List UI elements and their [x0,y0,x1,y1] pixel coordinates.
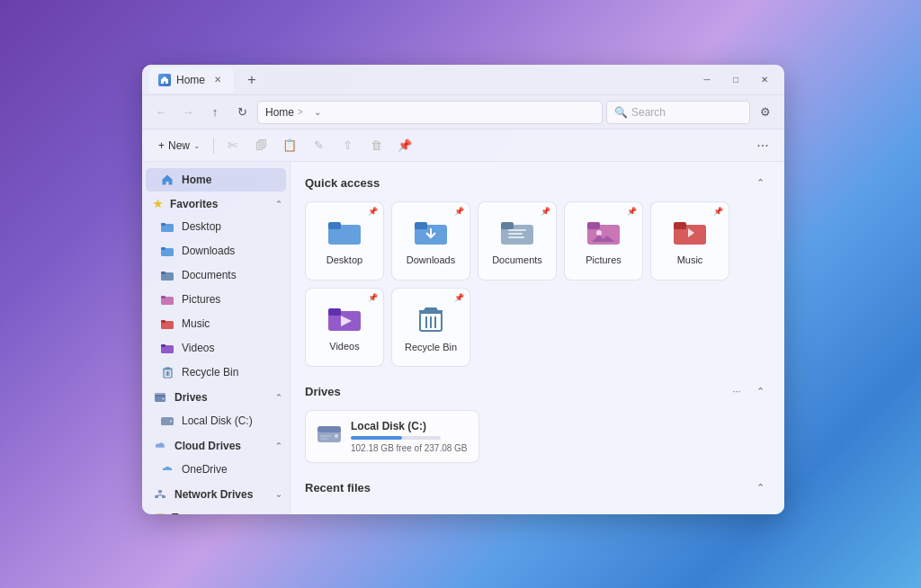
svg-point-50 [335,434,338,438]
recycle-bin-icon [160,365,174,379]
drive-info: Local Disk (C:) 102.18 GB free of 237.08… [351,420,468,453]
qa-pin-recycle: 📌 [454,293,464,302]
qa-item-videos[interactable]: 📌 Videos [305,288,384,367]
videos-folder-icon [160,341,174,355]
qa-item-desktop[interactable]: 📌 Desktop [305,201,384,281]
drive-bar-bg [351,436,441,440]
qa-item-recycle-bin[interactable]: 📌 Recycle Bin [391,288,470,367]
music-folder-icon [160,316,174,331]
drives-header: Drives ··· ⌃ [305,381,770,401]
sidebar-item-onedrive[interactable]: OneDrive [146,458,286,481]
delete-button[interactable]: 🗑 [363,133,389,158]
drive-item-c[interactable]: Local Disk (C:) 102.18 GB free of 237.08… [305,410,479,463]
sidebar-cloud-header[interactable]: Cloud Drives ⌃ [142,433,290,457]
tag-icon: 🏷 [153,511,165,514]
qa-music-icon [674,218,706,249]
sidebar-item-recycle-bin[interactable]: Recycle Bin [146,361,286,384]
sidebar-item-documents[interactable]: Documents [146,263,286,287]
svg-point-20 [170,421,172,423]
drives-chevron: ⌃ [275,393,282,402]
quick-access-controls: ⌃ [750,173,770,192]
cloud-section-icon [153,439,167,453]
paste-button[interactable]: 📋 [277,133,302,158]
svg-rect-3 [161,247,165,250]
sidebar-tags-header[interactable]: 🏷 Tags ⌄ [142,505,290,514]
new-dropdown-icon: ⌄ [193,141,201,150]
qa-pin-downloads: 📌 [454,207,464,216]
sidebar-documents-label: Documents [182,269,237,281]
new-tab-button[interactable]: + [239,67,264,93]
qa-documents-icon [501,218,533,249]
tags-chevron: ⌄ [275,513,282,515]
sidebar-drives-header[interactable]: Drives ⌃ [142,385,290,408]
svg-rect-33 [508,229,526,231]
qa-item-documents[interactable]: 📌 Documents [478,201,557,281]
sidebar-music-label: Music [182,317,210,330]
sidebar-onedrive-label: OneDrive [182,463,228,476]
svg-rect-21 [158,490,162,493]
sidebar-item-home[interactable]: Home [146,168,286,192]
qa-pin-videos: 📌 [368,293,378,302]
drive-space: 102.18 GB free of 237.08 GB [351,443,468,453]
quick-access-title: Quick access [305,176,380,190]
qa-recycle-icon [417,303,444,336]
recent-controls: ⌃ [750,477,770,497]
refresh-button[interactable]: ↻ [230,101,254,124]
drives-more[interactable]: ··· [727,381,747,401]
star-icon: ★ [153,198,163,210]
drive-hdd-icon [317,423,342,450]
copy-button[interactable]: 🗐 [248,133,273,158]
address-dropdown[interactable]: ⌄ [307,102,328,123]
svg-rect-17 [155,393,165,396]
more-button[interactable]: ··· [750,133,775,158]
close-button[interactable]: ✕ [752,67,777,93]
forward-button[interactable]: → [176,101,200,124]
up-button[interactable]: ↑ [203,101,227,124]
sidebar-favorites-header[interactable]: ★ Favorites ⌃ [142,192,290,214]
qa-pin-pictures: 📌 [627,207,637,216]
drives-title: Drives [305,385,341,398]
sidebar-item-desktop[interactable]: Desktop [146,215,286,238]
qa-item-music[interactable]: 📌 Music [650,201,729,281]
share-button[interactable]: ⇧ [335,133,360,158]
tab-close-button[interactable]: ✕ [210,73,225,87]
address-bar-row: ← → ↑ ↻ Home > ⌄ 🔍 Search ⚙ [142,95,784,129]
back-button[interactable]: ← [149,101,173,124]
address-path-separator: > [298,107,303,117]
quick-access-collapse[interactable]: ⌃ [750,173,770,192]
svg-point-18 [163,398,165,400]
sidebar-item-videos[interactable]: Videos [146,336,286,360]
sidebar-item-local-disk[interactable]: Local Disk (C:) [146,409,286,432]
sidebar-downloads-label: Downloads [182,245,235,257]
toolbar-divider-1 [213,138,214,154]
home-tab[interactable]: Home ✕ [149,67,234,93]
address-box[interactable]: Home > ⌄ [257,101,603,124]
drives-collapse[interactable]: ⌃ [750,381,770,401]
qa-item-pictures[interactable]: 📌 Pictures [564,201,643,281]
search-box[interactable]: 🔍 Search [606,101,750,124]
pin-button[interactable]: 📌 [392,133,417,158]
qa-music-label: Music [677,254,703,266]
qa-pin-music: 📌 [713,207,723,216]
cut-button[interactable]: ✄ [219,133,245,158]
qa-downloads-label: Downloads [407,254,455,266]
main-area: Home ★ Favorites ⌃ Desktop Downloads [142,162,784,514]
qa-item-downloads[interactable]: 📌 Downloads [391,201,470,281]
sidebar-item-music[interactable]: Music [146,312,286,335]
maximize-button[interactable]: □ [723,67,748,93]
rename-button[interactable]: ✎ [306,133,331,158]
minimize-button[interactable]: ─ [694,67,720,93]
svg-rect-5 [161,272,165,274]
onedrive-icon [160,462,174,477]
qa-desktop-icon [328,218,361,249]
new-icon: + [158,139,165,152]
network-section-icon [153,487,167,502]
sidebar-item-pictures[interactable]: Pictures [146,288,286,311]
new-button[interactable]: + New ⌄ [151,136,208,156]
pictures-folder-icon [160,292,174,307]
settings-button[interactable]: ⚙ [754,101,777,124]
sidebar-network-header[interactable]: Network Drives ⌄ [142,482,290,505]
sidebar-item-downloads[interactable]: Downloads [146,239,286,263]
recent-collapse[interactable]: ⌃ [750,477,770,497]
new-label: New [168,139,190,152]
